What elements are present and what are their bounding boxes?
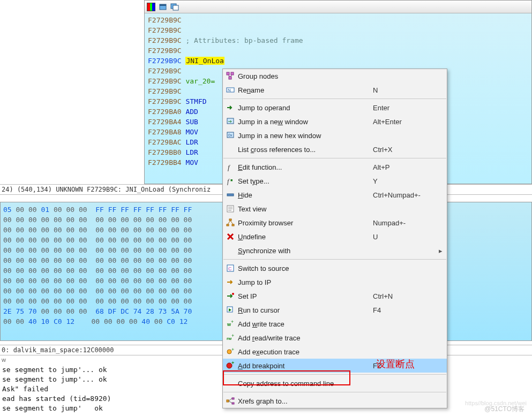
menu-label: Rename	[238, 86, 373, 94]
menu-label: Add write trace	[238, 320, 373, 328]
menu-label: Set type...	[238, 177, 373, 185]
menu-item[interactable]: Group nodes	[223, 69, 447, 83]
menu-label: Group nodes	[238, 72, 373, 80]
menu-item[interactable]: Copy address to command line	[223, 376, 447, 390]
svg-rect-44	[232, 403, 234, 404]
svg-line-46	[229, 401, 232, 403]
menu-item[interactable]: Xrefs graph to...	[223, 394, 447, 408]
menu-item[interactable]: Jump in a new windowAlt+Enter	[223, 115, 447, 128]
menu-item[interactable]: +Add execution trace	[223, 345, 447, 359]
menu-item[interactable]: f■Set type...Y	[223, 174, 447, 188]
menu-shortcut: Ctrl+Numpad+-	[373, 191, 443, 199]
menu-item[interactable]: NRenameN	[223, 83, 447, 97]
menu-shortcut: Alt+P	[373, 163, 443, 171]
menu-label: Xrefs graph to...	[238, 397, 373, 405]
svg-rect-5	[231, 72, 234, 75]
menu-item[interactable]: 0xJump in a new hex window	[223, 128, 447, 142]
menu-item[interactable]: List cross references to...Ctrl+X	[223, 142, 447, 156]
svg-rect-22	[229, 219, 231, 221]
jump-operand-icon	[223, 103, 238, 112]
disasm-line[interactable]: F2729B9C	[148, 46, 528, 56]
rw-trace-icon: rw+	[223, 333, 238, 342]
menu-item[interactable]: HideCtrl+Numpad+-	[223, 188, 447, 202]
menu-label: Synchronize with	[238, 247, 365, 255]
disasm-line[interactable]: F2729B9C	[148, 25, 528, 35]
svg-text:+: +	[231, 361, 234, 366]
menu-item[interactable]: rw+Add read/write trace	[223, 331, 447, 345]
svg-text:+: +	[231, 347, 234, 352]
svg-line-26	[230, 221, 233, 224]
svg-rect-3	[173, 5, 178, 10]
menu-label: Jump in a new window	[238, 118, 373, 126]
menu-separator	[223, 98, 446, 99]
toolbar-window-icon[interactable]	[159, 3, 167, 11]
svg-text:+: +	[231, 333, 234, 338]
svg-rect-24	[232, 224, 234, 226]
menu-item[interactable]: Text view	[223, 202, 447, 216]
svg-rect-42	[227, 400, 229, 402]
disasm-line[interactable]: F2729B9C	[148, 15, 528, 25]
submenu-arrow-icon: ▸	[435, 247, 443, 255]
menu-shortcut: Ctrl+N	[373, 292, 443, 300]
menu-item[interactable]: Jump to IP	[223, 275, 447, 289]
svg-rect-23	[227, 224, 229, 226]
svg-text:f: f	[228, 163, 231, 171]
proximity-icon	[223, 218, 238, 227]
run-cursor-icon	[223, 306, 238, 314]
disasm-line[interactable]: F2729B9C JNI_OnLoa	[148, 56, 528, 66]
menu-label: Undefine	[238, 233, 373, 241]
menu-shortcut: Alt+Enter	[373, 118, 443, 126]
menu-label: Copy address to command line	[238, 380, 373, 388]
menu-item[interactable]: fEdit function...Alt+P	[223, 160, 447, 174]
set-type-icon: f■	[223, 177, 238, 185]
menu-item[interactable]: UndefineU	[223, 230, 447, 244]
jump-hex-icon: 0x	[223, 131, 238, 140]
menu-item[interactable]: Jump to operandEnter	[223, 101, 447, 115]
menu-label: Add read/write trace	[238, 334, 373, 342]
disasm-toolbar	[145, 1, 531, 13]
menu-shortcut: U	[373, 233, 443, 241]
svg-text:f: f	[227, 178, 230, 185]
text-view-icon	[223, 204, 238, 213]
svg-text:+: +	[231, 320, 234, 324]
menu-label: Jump to IP	[238, 278, 373, 286]
hide-icon	[223, 191, 238, 199]
svg-rect-1	[160, 4, 166, 6]
svg-text:■: ■	[230, 178, 233, 182]
switch-source-icon: C	[223, 264, 238, 272]
menu-item[interactable]: Proximity browserNumpad+-	[223, 216, 447, 230]
menu-item[interactable]: Synchronize with▸	[223, 244, 447, 257]
menu-item[interactable]: w+Add write trace	[223, 317, 447, 331]
menu-shortcut: F4	[373, 306, 443, 314]
toolbar-window2-icon[interactable]	[170, 3, 179, 11]
svg-line-25	[228, 221, 230, 224]
svg-text:C: C	[228, 266, 232, 271]
menu-label: Add execution trace	[238, 348, 373, 356]
menu-item[interactable]: +Add breakpointF2	[223, 359, 447, 373]
menu-separator	[223, 374, 446, 375]
rename-icon: N	[223, 86, 238, 94]
exec-trace-icon: +	[223, 347, 238, 356]
edit-func-icon: f	[223, 163, 238, 171]
xrefs-graph-icon	[223, 397, 238, 405]
svg-rect-17	[227, 194, 234, 196]
svg-rect-4	[227, 72, 229, 75]
svg-line-45	[229, 398, 232, 401]
svg-rect-6	[229, 77, 231, 79]
toolbar-rgb-icon[interactable]	[147, 3, 155, 11]
undefine-icon	[223, 232, 238, 241]
menu-label: Run to cursor	[238, 306, 373, 314]
group-nodes-icon	[223, 72, 238, 80]
menu-label: Jump to operand	[238, 104, 373, 112]
breakpoint-icon: +	[223, 361, 238, 370]
menu-item[interactable]: CSwitch to source	[223, 261, 447, 275]
menu-item[interactable]: Run to cursorF4	[223, 303, 447, 317]
menu-label: Edit function...	[238, 163, 373, 171]
svg-text:N: N	[228, 88, 231, 93]
menu-item[interactable]: Set IPCtrl+N	[223, 289, 447, 303]
context-menu: Group nodesNRenameNJump to operandEnterJ…	[222, 69, 447, 408]
menu-label: Proximity browser	[238, 219, 373, 227]
disasm-line[interactable]: F2729B9C ; Attributes: bp-based frame	[148, 35, 528, 46]
menu-separator	[223, 158, 446, 158]
jump-newwin-icon	[223, 117, 238, 126]
